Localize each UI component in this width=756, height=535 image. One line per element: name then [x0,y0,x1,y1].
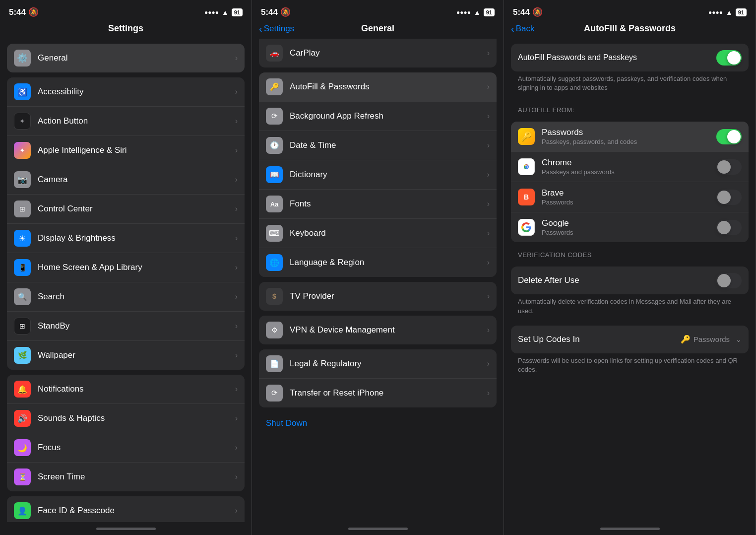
chrome-source-label: Chrome [542,158,716,168]
row-autofill-toggle[interactable]: AutoFill Passwords and Passkeys [511,44,749,71]
row-delete-after-use[interactable]: Delete After Use [511,267,749,294]
back-button-p3[interactable]: ‹ Back [511,24,534,34]
row-google-source[interactable]: Google Passwords [511,212,749,242]
row-keyboard[interactable]: ⌨ Keyboard › [259,219,497,248]
bg-refresh-label: Background App Refresh [290,111,483,121]
row-bg-refresh[interactable]: ⟳ Background App Refresh › [259,102,497,131]
faceid-label: Face ID & Passcode [38,506,231,516]
screen-time-label: Screen Time [38,472,231,482]
nav-header-p2: ‹ Settings General [252,20,504,39]
google-source-sublabel: Passwords [542,229,716,236]
row-focus[interactable]: 🌙 Focus › [7,433,245,463]
autofill-icon: 🔑 [266,78,283,95]
tv-icon: $ [266,288,283,305]
fonts-label: Fonts [290,199,483,209]
carplay-icon: 🚗 [266,45,283,62]
row-fonts[interactable]: Aa Fonts › [259,190,497,219]
scroll-area-p3[interactable]: AutoFill Passwords and Passkeys Automati… [504,39,756,522]
row-faceid[interactable]: 👤 Face ID & Passcode › [7,496,245,522]
section-autofill-from: AUTOFILL FROM: [504,97,756,117]
accessibility-icon: ♿ [14,83,31,100]
row-legal[interactable]: 📄 Legal & Regulatory › [259,349,497,379]
setup-description: Passwords will be used to open links for… [504,353,756,379]
row-display[interactable]: ☀ Display & Brightness › [7,224,245,253]
passwords-source-toggle[interactable] [716,129,742,144]
page-title-p1: Settings [108,23,143,34]
row-general[interactable]: ⚙️ General › [7,44,245,72]
row-wallpaper[interactable]: 🌿 Wallpaper › [7,341,245,370]
legal-chevron: › [487,359,490,368]
row-control-center[interactable]: ⊞ Control Center › [7,195,245,224]
date-time-icon: 🕐 [266,137,283,154]
row-accessibility[interactable]: ♿ Accessibility › [7,77,245,107]
autofill-chevron: › [487,82,490,91]
autofill-main-description: Automatically suggest passwords, passkey… [504,71,756,97]
vpn-icon: ⚙ [266,322,283,338]
back-button-p2[interactable]: ‹ Settings [259,24,294,34]
row-search[interactable]: 🔍 Search › [7,282,245,312]
search-icon: 🔍 [14,288,31,305]
group-3: 👤 Face ID & Passcode › 🆘 Emergency SOS › [7,496,245,522]
battery-p2: 91 [484,8,495,16]
brave-source-sublabel: Passwords [542,199,716,206]
panel-general: 5:44 🔕 ●●●● ▲ 91 ‹ Settings General 🚗 Ca… [252,0,504,535]
row-vpn[interactable]: ⚙ VPN & Device Management › [259,316,497,344]
sounds-icon: 🔊 [14,410,31,427]
display-icon: ☀ [14,230,31,247]
bg-refresh-icon: ⟳ [266,108,283,125]
status-bar-p1: 5:44 🔕 ●●●● ▲ 91 [0,0,252,20]
row-brave-source[interactable]: B Brave Passwords [511,182,749,212]
transfer-label: Transfer or Reset iPhone [290,388,483,398]
status-bar-p3: 5:44 🔕 ●●●● ▲ 91 [504,0,756,20]
group-autofill-grp: 🔑 AutoFill & Passwords › ⟳ Background Ap… [259,72,497,277]
standby-label: StandBy [38,321,231,331]
row-passwords-source[interactable]: 🔑 Passwords Passkeys, passwords, and cod… [511,122,749,152]
setup-codes-chevron: ⌄ [736,335,742,343]
row-home-screen[interactable]: 📱 Home Screen & App Library › [7,253,245,282]
legal-icon: 📄 [266,355,283,372]
row-notifications[interactable]: 🔔 Notifications › [7,375,245,404]
row-dictionary[interactable]: 📖 Dictionary › [259,160,497,190]
cell-icon-p1: ●●●● [204,9,219,16]
row-standby[interactable]: ⊞ StandBy › [7,312,245,341]
delete-after-use-label: Delete After Use [518,275,716,285]
page-title-p3: AutoFill & Passwords [584,23,676,34]
action-button-icon: ✦ [14,113,31,130]
scroll-area-p1[interactable]: ⚙️ General › ♿ Accessibility › ✦ Action … [0,39,252,522]
status-icons-p3: ●●●● ▲ 91 [708,8,747,16]
chrome-source-toggle[interactable] [716,159,742,175]
home-screen-label: Home Screen & App Library [38,263,231,272]
notifications-icon: 🔔 [14,381,31,398]
google-source-toggle[interactable] [716,220,742,235]
carplay-label: CarPlay [290,48,483,58]
row-language[interactable]: 🌐 Language & Region › [259,248,497,277]
row-screen-time[interactable]: ⏳ Screen Time › [7,463,245,491]
wifi-icon-p3: ▲ [726,8,733,16]
battery-p1: 91 [232,8,243,16]
row-carplay[interactable]: 🚗 CarPlay › [259,39,497,67]
nav-header-p1: Settings [0,20,252,39]
group-1: ♿ Accessibility › ✦ Action Button › ✦ Ap… [7,77,245,370]
action-button-label: Action Button [38,116,231,126]
shutdown-button[interactable]: Shut Down [252,407,504,439]
row-action-button[interactable]: ✦ Action Button › [7,107,245,136]
brave-source-toggle[interactable] [716,190,742,205]
row-siri[interactable]: ✦ Apple Intelligence & Siri › [7,136,245,165]
row-date-time[interactable]: 🕐 Date & Time › [259,131,497,160]
general-label: General [38,53,231,63]
row-sounds[interactable]: 🔊 Sounds & Haptics › [7,404,245,433]
row-autofill[interactable]: 🔑 AutoFill & Passwords › [259,72,497,102]
fonts-icon: Aa [266,196,283,212]
row-camera[interactable]: 📷 Camera › [7,165,245,195]
delete-after-use-toggle[interactable] [716,273,742,288]
autofill-main-toggle[interactable] [716,50,742,66]
home-screen-icon: 📱 [14,259,31,276]
row-tv-provider[interactable]: $ TV Provider › [259,282,497,311]
row-chrome-source[interactable]: Chrome Passkeys and passwords [511,152,749,182]
scroll-area-p2[interactable]: 🚗 CarPlay › 🔑 AutoFill & Passwords › ⟳ B… [252,39,504,522]
row-setup-codes[interactable]: Set Up Codes In 🔑 Passwords ⌄ [511,326,749,353]
tv-chevron: › [487,292,490,301]
wifi-icon-p1: ▲ [222,8,229,16]
display-chevron: › [235,234,238,243]
row-transfer[interactable]: ⟳ Transfer or Reset iPhone › [259,379,497,407]
